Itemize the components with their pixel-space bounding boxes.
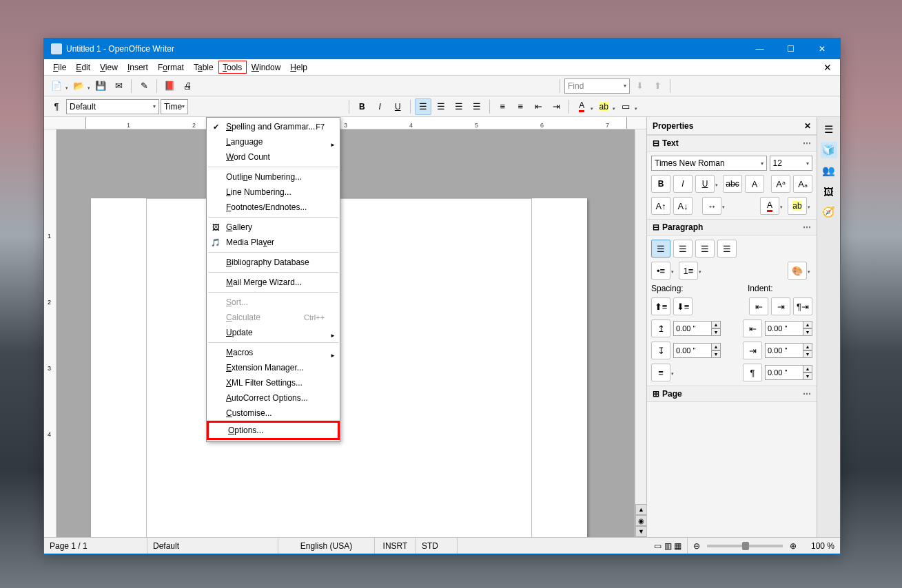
save-button[interactable]: 💾 <box>92 78 109 94</box>
status-zoom[interactable]: 100 % <box>802 538 840 554</box>
para-align-center[interactable]: ☰ <box>673 240 693 258</box>
indent-right-input[interactable]: ▲▼ <box>765 343 812 358</box>
bold-button[interactable]: B <box>353 98 370 115</box>
prop-fontcolor-button[interactable]: A <box>760 197 779 215</box>
menu-window[interactable]: Window <box>247 61 286 74</box>
font-name-combo[interactable]: Time <box>161 99 188 114</box>
indent-left-input[interactable]: ▲▼ <box>765 321 812 336</box>
status-viewmode[interactable]: ▭ ▥ ▦ <box>648 538 688 554</box>
align-right-button[interactable]: ☰ <box>451 98 467 115</box>
tools-item-autocorrect-options-[interactable]: AutoCorrect Options... <box>207 390 340 406</box>
find-prev-button[interactable]: ⬇ <box>631 78 648 94</box>
prop-highlight-button[interactable]: ab <box>788 197 807 215</box>
zoom-controls[interactable]: ⊖ ⊕ <box>688 538 802 554</box>
find-combo[interactable]: Find <box>564 78 630 94</box>
maximize-button[interactable]: ☐ <box>775 39 806 59</box>
para-number-button[interactable]: 1≡ <box>679 262 698 280</box>
prev-page-button[interactable]: ▲ <box>635 504 646 515</box>
spacing-below-input[interactable]: ▲▼ <box>673 343 721 358</box>
vertical-scrollbar[interactable]: ▲ ◉ ▼ <box>635 129 646 537</box>
status-insert[interactable]: INSRT <box>375 538 416 554</box>
bullet-list-button[interactable]: ≡ <box>512 98 529 115</box>
text-more-icon[interactable]: ⋯ <box>803 138 811 148</box>
prop-font-combo[interactable]: Times New Roman <box>651 156 767 171</box>
outdent-button[interactable]: ⇤ <box>530 98 546 115</box>
page-scroll-area[interactable] <box>57 129 635 537</box>
first-line-input[interactable]: ▲▼ <box>765 365 812 380</box>
menu-file[interactable]: File <box>48 61 71 74</box>
tools-item-media-player[interactable]: 🎵Media Player <box>207 235 340 250</box>
hanging-indent-button[interactable]: ¶⇥ <box>793 297 812 315</box>
indent-button[interactable]: ⇥ <box>548 98 564 115</box>
tools-item-mail-merge-wizard-[interactable]: Mail Merge Wizard... <box>207 275 340 290</box>
section-paragraph-header[interactable]: ⊟Paragraph⋯ <box>647 219 817 235</box>
align-center-button[interactable]: ☰ <box>433 98 449 115</box>
prop-size-combo[interactable]: 12 <box>770 156 813 171</box>
menu-insert[interactable]: Insert <box>123 61 153 74</box>
zoom-in-button[interactable]: ⊕ <box>790 541 797 551</box>
sidebar-gallery-button[interactable]: 🖼 <box>821 183 837 200</box>
para-bgcolor-button[interactable]: 🎨 <box>788 262 807 280</box>
prop-shadow-button[interactable]: A <box>745 175 764 193</box>
prop-underline-button[interactable]: U <box>695 175 715 193</box>
prop-super-button[interactable]: Aᵃ <box>771 175 790 193</box>
align-justify-button[interactable]: ☰ <box>469 98 485 115</box>
menu-help[interactable]: Help <box>285 61 312 74</box>
page-more-icon[interactable]: ⋯ <box>803 389 811 399</box>
para-bullets-button[interactable]: •≡ <box>651 262 670 280</box>
tools-item-language[interactable]: Language <box>207 134 340 149</box>
menu-table[interactable]: Table <box>189 61 218 74</box>
menu-edit[interactable]: Edit <box>71 61 95 74</box>
edit-file-button[interactable]: ✎ <box>136 78 152 94</box>
properties-close-button[interactable]: ✕ <box>804 121 811 131</box>
nav-tool-button[interactable]: ◉ <box>635 515 646 526</box>
dec-spacing-button[interactable]: ⬇≡ <box>673 297 693 315</box>
menu-view[interactable]: View <box>95 61 123 74</box>
prop-spacing-button[interactable]: ↔ <box>702 197 721 215</box>
tools-item-customise-[interactable]: Customise... <box>207 406 340 421</box>
prop-strike-button[interactable]: abc <box>723 175 742 193</box>
para-align-left[interactable]: ☰ <box>651 240 670 258</box>
tools-item-extension-manager-[interactable]: Extension Manager... <box>207 360 340 375</box>
titlebar[interactable]: Untitled 1 - OpenOffice Writer — ☐ ✕ <box>44 39 840 59</box>
tools-item-xml-filter-settings-[interactable]: XML Filter Settings... <box>207 375 340 390</box>
para-align-right[interactable]: ☰ <box>695 240 715 258</box>
tools-item-spelling-and-grammar-[interactable]: ✔Spelling and Grammar...F7 <box>207 119 340 134</box>
font-color-button[interactable]: A <box>573 98 590 115</box>
minimize-button[interactable]: — <box>744 39 775 59</box>
tools-item-macros[interactable]: Macros <box>207 345 340 360</box>
sidebar-navigator-button[interactable]: 🧭 <box>821 204 837 220</box>
tools-item-outline-numbering-[interactable]: Outline Numbering... <box>207 169 340 185</box>
italic-button[interactable]: I <box>371 98 388 115</box>
status-lang[interactable]: English (USA) <box>278 538 375 554</box>
para-align-justify[interactable]: ☰ <box>717 240 737 258</box>
zoom-out-button[interactable]: ⊖ <box>693 541 700 551</box>
section-text-header[interactable]: ⊟Text⋯ <box>647 135 817 151</box>
tools-item-bibliography-database[interactable]: Bibliography Database <box>207 255 340 270</box>
next-page-button[interactable]: ▼ <box>635 526 646 537</box>
open-button[interactable]: 📂 <box>70 78 87 94</box>
new-doc-button[interactable]: 📄 <box>48 78 65 94</box>
tools-item-update[interactable]: Update <box>207 325 340 340</box>
highlight-button[interactable]: ab <box>595 98 612 115</box>
sidebar-styles-button[interactable]: 👥 <box>821 162 837 179</box>
prop-grow-button[interactable]: A↑ <box>651 197 670 215</box>
find-next-button[interactable]: ⬆ <box>649 78 666 94</box>
dec-indent-button[interactable]: ⇥ <box>771 297 790 315</box>
status-style[interactable]: Default <box>147 538 278 554</box>
para-more-icon[interactable]: ⋯ <box>803 222 811 232</box>
numbered-list-button[interactable]: ≡ <box>494 98 511 115</box>
para-style-combo[interactable]: Default <box>66 99 159 114</box>
close-document-button[interactable]: ✕ <box>819 61 836 74</box>
inc-spacing-button[interactable]: ⬆≡ <box>651 297 670 315</box>
line-spacing-button[interactable]: ≡ <box>651 364 670 381</box>
close-button[interactable]: ✕ <box>806 39 837 59</box>
tools-item-options-[interactable]: Options... <box>209 423 338 438</box>
status-sel[interactable]: STD <box>416 538 458 554</box>
spacing-above-input[interactable]: ▲▼ <box>673 321 721 336</box>
bgcolor-button[interactable]: ▭ <box>617 98 634 115</box>
menu-tools[interactable]: Tools <box>218 61 247 74</box>
tools-item-gallery[interactable]: 🖼Gallery <box>207 220 340 235</box>
vertical-ruler[interactable]: 1 2 3 4 <box>44 129 57 537</box>
prop-italic-button[interactable]: I <box>673 175 693 193</box>
